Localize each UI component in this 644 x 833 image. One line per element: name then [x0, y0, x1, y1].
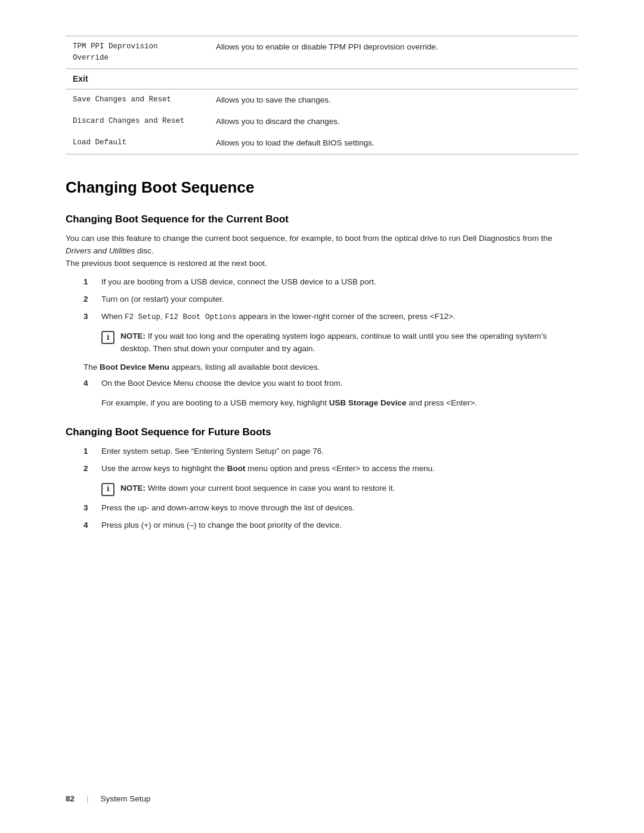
step-number: 4 [83, 377, 101, 390]
step-number: 1 [83, 276, 101, 289]
intro-italic: Drivers and Utilities [66, 246, 135, 255]
section1-heading: Changing Boot Sequence for the Current B… [66, 213, 578, 225]
note-body-2: Write down your current boot sequence in… [145, 484, 395, 493]
list-item: 2 Turn on (or restart) your computer. [66, 293, 578, 306]
table-cell-key: Discard Changes and Reset [66, 111, 209, 132]
intro-end: disc. [135, 246, 154, 255]
note-icon: ℹ [101, 331, 114, 344]
note-body: If you wait too long and the operating s… [120, 332, 547, 353]
table-cell-key: Save Changes and Reset [66, 89, 209, 111]
step-content: Press plus (+) or minus (–) to change th… [101, 519, 578, 532]
step-content: Press the up- and down-arrow keys to mov… [101, 502, 578, 515]
bios-options-table: TPM PPI Deprovision Override Allows you … [66, 36, 578, 154]
note-text-1: NOTE: If you wait too long and the opera… [120, 330, 578, 355]
code-f2: F2 Setup [125, 313, 160, 321]
step4-note: For example, if you are booting to a USB… [101, 397, 578, 410]
table-row: Save Changes and Reset Allows you to sav… [66, 89, 578, 111]
step-content: Enter system setup. See “Entering System… [101, 445, 578, 458]
step-content: When F2 Setup, F12 Boot Options appears … [101, 311, 578, 323]
boot-device-menu-bold: Boot Device Menu [100, 363, 169, 371]
list-item: 2 Use the arrow keys to highlight the Bo… [66, 463, 578, 475]
list-item: 1 Enter system setup. See “Entering Syst… [66, 445, 578, 458]
step-number: 3 [83, 502, 101, 515]
step4-after: and press <Enter>. [407, 398, 478, 407]
note-label-2: NOTE: [120, 484, 145, 493]
page-footer: 82 | System Setup [66, 794, 578, 803]
section1-steps2: 4 On the Boot Device Menu choose the dev… [66, 377, 578, 390]
step3-after-text: The Boot Device Menu appears, listing al… [83, 361, 578, 374]
step-content: If you are booting from a USB device, co… [101, 276, 578, 289]
section2-steps2: 3 Press the up- and down-arrow keys to m… [66, 502, 578, 532]
section1-intro: You can use this feature to change the c… [66, 233, 578, 270]
note-box-2: ℹ NOTE: Write down your current boot seq… [101, 482, 578, 496]
table-row: Discard Changes and Reset Allows you to … [66, 111, 578, 132]
table-cell-key: TPM PPI Deprovision Override [66, 36, 209, 69]
list-item: 4 On the Boot Device Menu choose the dev… [66, 377, 578, 390]
table-row: TPM PPI Deprovision Override Allows you … [66, 36, 578, 69]
page-number: 82 [66, 794, 75, 803]
section2-steps: 1 Enter system setup. See “Entering Syst… [66, 445, 578, 475]
list-item: 3 Press the up- and down-arrow keys to m… [66, 502, 578, 515]
boot-bold: Boot [227, 464, 246, 473]
intro2-text: The previous boot sequence is restored a… [66, 259, 267, 268]
code-f12: F12 Boot Options [165, 313, 237, 321]
list-item: 1 If you are booting from a USB device, … [66, 276, 578, 289]
step-number: 4 [83, 519, 101, 532]
step-number: 1 [83, 445, 101, 458]
step-number: 2 [83, 293, 101, 306]
note-box-1: ℹ NOTE: If you wait too long and the ope… [101, 330, 578, 355]
footer-section: System Setup [101, 794, 151, 803]
note-icon-2: ℹ [101, 483, 114, 496]
table-cell-value: Allows you to save the changes. [209, 89, 578, 111]
note-text-2: NOTE: Write down your current boot seque… [120, 482, 395, 495]
intro-text: You can use this feature to change the c… [66, 234, 552, 243]
table-header-cell: Exit [66, 69, 578, 89]
list-item: 4 Press plus (+) or minus (–) to change … [66, 519, 578, 532]
step-content: Use the arrow keys to highlight the Boot… [101, 463, 578, 475]
step3-end: appears, listing all available boot devi… [169, 363, 320, 371]
footer-divider: | [86, 794, 89, 803]
table-cell-value: Allows you to load the default BIOS sett… [209, 132, 578, 154]
step-content: Turn on (or restart) your computer. [101, 293, 578, 306]
table-cell-key: Load Default [66, 132, 209, 154]
step4-before: For example, if you are booting to a USB… [101, 398, 327, 407]
step-number: 2 [83, 463, 101, 475]
table-cell-value: Allows you to discard the changes. [209, 111, 578, 132]
step-content: On the Boot Device Menu choose the devic… [101, 377, 578, 390]
main-heading: Changing Boot Sequence [66, 178, 578, 197]
table-section-header: Exit [66, 69, 578, 89]
table-cell-value: Allows you to enable or disable TPM PPI … [209, 36, 578, 69]
step-number: 3 [83, 311, 101, 323]
usb-storage-bold: USB Storage Device [329, 398, 407, 407]
list-item: 3 When F2 Setup, F12 Boot Options appear… [66, 311, 578, 323]
table-row: Load Default Allows you to load the defa… [66, 132, 578, 154]
section1-steps: 1 If you are booting from a USB device, … [66, 276, 578, 323]
page-container: TPM PPI Deprovision Override Allows you … [0, 0, 644, 833]
section2-heading: Changing Boot Sequence for Future Boots [66, 426, 578, 438]
note-label: NOTE: [120, 332, 145, 340]
